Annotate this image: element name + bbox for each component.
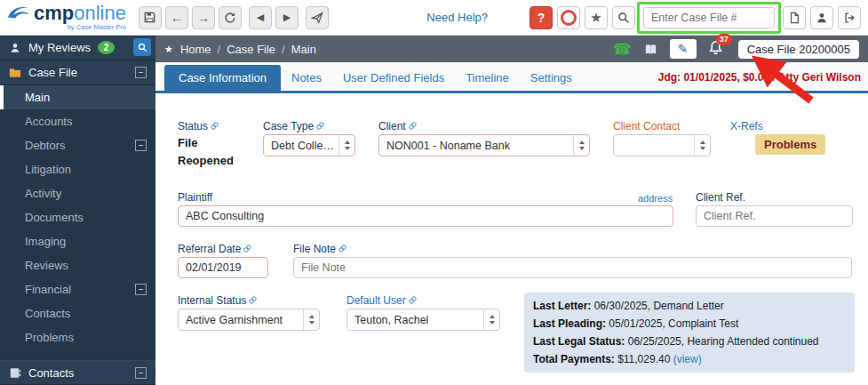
sidebar-item-main[interactable]: Main: [0, 85, 155, 109]
alert-button[interactable]: [557, 6, 580, 29]
field-link-icon[interactable]: [409, 120, 417, 132]
internal-status-select[interactable]: Active Garnishment: [178, 309, 320, 331]
client-ref-input[interactable]: [696, 205, 853, 227]
internal-status-label: Internal Status: [178, 294, 257, 307]
collapse-icon[interactable]: [135, 140, 147, 151]
sidebar-item-imaging[interactable]: Imaging: [0, 229, 155, 253]
view-payments-link[interactable]: (view): [673, 353, 702, 365]
sidebar-item-litigation[interactable]: Litigation: [0, 157, 155, 181]
sidebar-item-contacts[interactable]: Contacts: [0, 301, 155, 325]
tab-case-information[interactable]: Case Information: [164, 65, 281, 91]
user-icon: [816, 12, 828, 24]
field-link-icon[interactable]: [338, 243, 346, 255]
favorites-button[interactable]: ★: [585, 6, 608, 29]
client-select[interactable]: NON001 - Noname Bank: [378, 134, 590, 156]
next-record-button[interactable]: ▶: [275, 6, 299, 29]
field-link-icon[interactable]: [243, 243, 251, 255]
sidebar-item-problems[interactable]: Problems: [0, 325, 155, 349]
menu-label: Financial: [25, 283, 71, 296]
total-payments-label: Total Payments:: [533, 353, 615, 365]
collapse-icon[interactable]: [135, 367, 147, 379]
menu-label: Problems: [25, 331, 74, 344]
reviews-icon: [9, 42, 21, 54]
menu-label: Reviews: [25, 259, 68, 272]
select-stepper-icon: [338, 135, 354, 156]
next-record-icon: ▶: [283, 12, 291, 23]
app-logo[interactable]: cmponline by Case Master Pro: [7, 4, 126, 31]
need-help-link[interactable]: Need Help?: [426, 11, 488, 24]
contacts-icon: [9, 367, 21, 379]
field-link-icon[interactable]: [316, 120, 324, 132]
field-link-icon[interactable]: [409, 294, 417, 307]
help-button[interactable]: ?: [530, 6, 553, 29]
judgment-status-line: Jdg: 01/01/2025, $0.00 / Atty Geri Wilso…: [658, 71, 861, 91]
tab-notes[interactable]: Notes: [281, 65, 332, 91]
field-link-icon[interactable]: [211, 120, 219, 132]
book-icon[interactable]: [643, 43, 658, 56]
menu-label: Activity: [25, 187, 61, 200]
send-icon: [311, 12, 323, 24]
sidebar-item-my-reviews[interactable]: My Reviews 2: [0, 36, 155, 60]
case-type-label: Case Type: [263, 120, 324, 132]
edit-button[interactable]: ✎: [670, 39, 697, 59]
sidebar-item-accounts[interactable]: Accounts: [0, 109, 155, 133]
save-button[interactable]: [139, 6, 162, 29]
sidebar-search-button[interactable]: [133, 38, 151, 56]
main-content: ★ Home / Case File / Main ☎ ✎ 37: [155, 36, 868, 385]
notifications-button[interactable]: 37: [708, 40, 723, 58]
label-text: Internal Status: [178, 294, 246, 307]
document-button[interactable]: [783, 6, 806, 29]
tab-timeline[interactable]: Timeline: [455, 65, 520, 91]
case-summary-box: Last Letter: 06/30/2025, Demand Letter L…: [524, 293, 855, 373]
file-note-input[interactable]: [293, 257, 852, 278]
refresh-button[interactable]: [219, 6, 242, 29]
sidebar-item-activity[interactable]: Activity: [0, 181, 155, 205]
breadcrumb-case-file[interactable]: Case File: [227, 43, 275, 56]
client-contact-select[interactable]: [613, 134, 711, 156]
search-button[interactable]: [612, 6, 635, 29]
address-link[interactable]: address: [638, 193, 673, 204]
breadcrumb-home[interactable]: Home: [180, 43, 211, 56]
my-reviews-badge: 2: [98, 41, 115, 54]
field-link-icon[interactable]: [249, 294, 257, 307]
total-payments-line: Total Payments: $11,029.40 (view): [533, 350, 846, 368]
sidebar-item-financial[interactable]: Financial: [0, 277, 155, 301]
tab-settings[interactable]: Settings: [520, 65, 583, 91]
client-ref-label: Client Ref.: [696, 191, 745, 204]
case-file-number-input[interactable]: [643, 7, 775, 28]
select-stepper-icon: [303, 309, 319, 330]
back-button[interactable]: ←: [165, 6, 188, 29]
user-button[interactable]: [810, 6, 833, 29]
sidebar-item-reviews[interactable]: Reviews: [0, 253, 155, 277]
last-legal-status-label: Last Legal Status:: [533, 335, 625, 348]
breadcrumb: ★ Home / Case File / Main ☎ ✎ 37: [155, 36, 868, 62]
default-user-select[interactable]: Teuton, Rachel: [346, 309, 500, 331]
collapse-icon[interactable]: [135, 284, 147, 295]
last-legal-status-line: Last Legal Status: 06/25/2025, Hearing A…: [533, 333, 846, 350]
sidebar-item-debtors[interactable]: Debtors: [0, 133, 155, 157]
plaintiff-input[interactable]: [178, 205, 673, 227]
previous-record-button[interactable]: ◀: [249, 6, 272, 29]
collapse-icon[interactable]: [135, 67, 147, 78]
plaintiff-label: Plaintiff: [178, 191, 212, 204]
phone-icon[interactable]: ☎: [612, 42, 631, 57]
logout-icon: [843, 12, 856, 24]
default-user-value: Teuton, Rachel: [354, 314, 428, 326]
tab-user-defined-fields[interactable]: User Defined Fields: [332, 65, 455, 91]
label-text: Plaintiff: [178, 191, 212, 204]
breadcrumb-main[interactable]: Main: [291, 43, 316, 56]
save-icon: [143, 11, 156, 24]
referral-date-input[interactable]: [178, 257, 268, 278]
toolbar-nav-group: ← →: [139, 6, 242, 29]
sidebar-section-contacts[interactable]: Contacts: [0, 360, 155, 385]
current-case-number: Case File 20200005: [738, 40, 859, 59]
sidebar-item-documents[interactable]: Documents: [0, 205, 155, 229]
notification-count-badge: 37: [716, 34, 732, 45]
problems-badge[interactable]: Problems: [755, 134, 825, 155]
logout-button[interactable]: [838, 6, 861, 29]
forward-button[interactable]: →: [192, 6, 215, 29]
sidebar-section-case-file[interactable]: Case File: [0, 60, 155, 85]
case-type-select[interactable]: Debt Collection: [263, 134, 355, 156]
send-button[interactable]: [306, 6, 329, 29]
arrow-right-icon: →: [197, 11, 210, 25]
